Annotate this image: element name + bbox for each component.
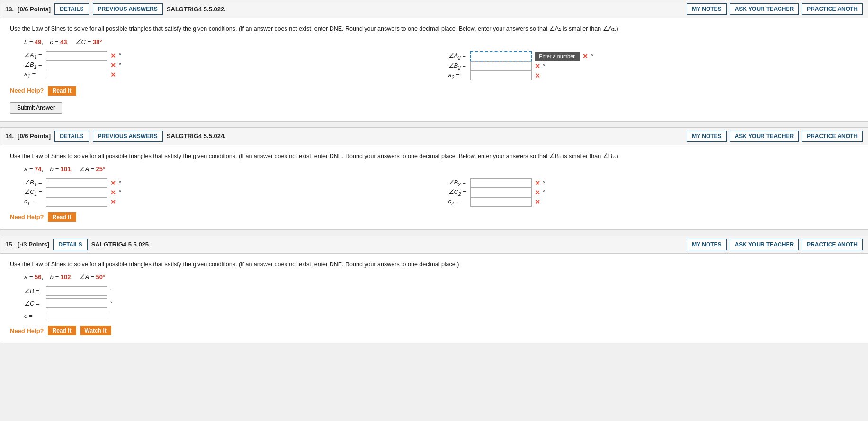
question-13: 13. [0/6 Points] DETAILS PREVIOUS ANSWER… bbox=[0, 0, 868, 122]
q13-A2-row: ∠A2 = Enter a number. ✕ ° bbox=[448, 51, 859, 61]
q13-body: Use the Law of Sines to solve for all po… bbox=[0, 18, 868, 121]
q13-A1-input[interactable] bbox=[46, 51, 107, 61]
q14-sep2: , bbox=[71, 166, 77, 173]
q15-header-right: MY NOTES ASK YOUR TEACHER PRACTICE ANOTH bbox=[687, 239, 863, 250]
q15-B-row: ∠B = ° bbox=[24, 286, 858, 296]
q14-B2-row: ∠B2 = ✕ ° bbox=[448, 178, 859, 188]
q15-C-input[interactable] bbox=[46, 298, 107, 308]
q15-given-A-label: ∠A = bbox=[79, 273, 96, 281]
q14-practice-button[interactable]: PRACTICE ANOTH bbox=[802, 131, 863, 142]
q15-C-row: ∠C = ° bbox=[24, 298, 858, 308]
q14-body: Use the Law of Sines to solve for all po… bbox=[0, 145, 868, 229]
q15-watch-it-button[interactable]: Watch It bbox=[80, 326, 111, 335]
q14-fields-grid: ∠B1 = ✕ ° ∠C1 = ✕ ° c1 = ✕ bbox=[24, 178, 858, 207]
q14-c1-label: c1 = bbox=[24, 198, 44, 206]
q14-c2-x: ✕ bbox=[535, 198, 540, 206]
q14-given: a = 74, b = 101, ∠A = 25° bbox=[24, 166, 858, 173]
q14-c1-input[interactable] bbox=[46, 197, 107, 207]
q13-a2-input[interactable] bbox=[470, 71, 532, 80]
q15-given-a-val: 56 bbox=[35, 273, 41, 281]
q14-c2-input[interactable] bbox=[470, 197, 532, 207]
question-15-header: 15. [-/3 Points] DETAILS SALGTRIG4 5.5.0… bbox=[0, 236, 868, 254]
q15-body: Use the Law of Sines to solve for all po… bbox=[0, 254, 868, 343]
q13-read-it-button[interactable]: Read It bbox=[48, 86, 76, 96]
q13-a1-input[interactable] bbox=[46, 70, 107, 79]
q13-instructions: Use the Law of Sines to solve for all po… bbox=[10, 25, 858, 34]
q13-A2-unit: ° bbox=[591, 53, 593, 60]
q14-C1-label: ∠C1 = bbox=[24, 188, 44, 197]
q15-points: [-/3 Points] bbox=[18, 241, 49, 248]
q13-B1-row: ∠B1 = ✕ ° bbox=[24, 61, 434, 70]
q14-given-b-val: 101 bbox=[61, 166, 71, 173]
q15-B-input[interactable] bbox=[46, 286, 107, 296]
q14-C1-x: ✕ bbox=[110, 189, 116, 196]
q15-instructions: Use the Law of Sines to solve for all po… bbox=[10, 260, 858, 269]
q14-my-notes-button[interactable]: MY NOTES bbox=[687, 131, 726, 142]
q13-submit-row: Submit Answer bbox=[10, 102, 858, 114]
q14-ask-teacher-button[interactable]: ASK YOUR TEACHER bbox=[730, 131, 799, 142]
q13-A1-unit: ° bbox=[119, 53, 121, 59]
q14-given-A-label: ∠A = bbox=[79, 166, 96, 173]
q14-c1-x: ✕ bbox=[110, 198, 116, 206]
q14-B1-input[interactable] bbox=[46, 178, 107, 188]
q13-need-help: Need Help? Read It bbox=[10, 86, 858, 96]
q15-sep1: , bbox=[42, 273, 48, 281]
q14-B2-input[interactable] bbox=[470, 178, 532, 188]
q14-C2-row: ∠C2 = ✕ ° bbox=[448, 188, 859, 197]
q14-sep1: , bbox=[42, 166, 48, 173]
q14-B2-unit: ° bbox=[543, 180, 546, 186]
q13-submit-button[interactable]: Submit Answer bbox=[10, 102, 62, 114]
q13-A2-label: ∠A2 = bbox=[448, 52, 468, 61]
q15-sep2: , bbox=[71, 273, 77, 281]
q13-B2-input[interactable] bbox=[470, 61, 532, 71]
q13-B2-label: ∠B2 = bbox=[448, 62, 468, 70]
q15-given-b-val: 102 bbox=[61, 273, 71, 281]
q13-a1-x: ✕ bbox=[110, 71, 116, 79]
q15-c-label: c = bbox=[24, 312, 44, 319]
q15-ask-teacher-button[interactable]: ASK YOUR TEACHER bbox=[730, 239, 799, 250]
q13-fields-grid: ∠A1 = ✕ ° ∠B1 = ✕ ° a1 = ✕ bbox=[24, 51, 858, 80]
q15-given-A-val: 50° bbox=[96, 273, 105, 281]
q13-ask-teacher-button[interactable]: ASK YOUR TEACHER bbox=[730, 3, 799, 15]
q15-practice-button[interactable]: PRACTICE ANOTH bbox=[802, 239, 863, 250]
q13-code: SALGTRIG4 5.5.022. bbox=[167, 6, 683, 13]
q14-details-button[interactable]: DETAILS bbox=[54, 131, 89, 142]
question-15: 15. [-/3 Points] DETAILS SALGTRIG4 5.5.0… bbox=[0, 236, 868, 344]
q13-A2-input[interactable] bbox=[470, 51, 532, 61]
q13-B1-input[interactable] bbox=[46, 61, 107, 70]
q14-B2-label: ∠B2 = bbox=[448, 179, 468, 187]
q13-details-button[interactable]: DETAILS bbox=[54, 3, 89, 15]
q13-practice-button[interactable]: PRACTICE ANOTH bbox=[802, 3, 863, 15]
q14-points: [0/6 Points] bbox=[18, 132, 51, 140]
q13-A1-row: ∠A1 = ✕ ° bbox=[24, 51, 434, 61]
q13-number: 13. bbox=[5, 6, 14, 13]
q15-my-notes-button[interactable]: MY NOTES bbox=[687, 239, 726, 250]
q13-B2-unit: ° bbox=[543, 63, 546, 70]
q15-B-unit: ° bbox=[110, 288, 113, 294]
q14-read-it-button[interactable]: Read It bbox=[48, 212, 76, 222]
q14-header-right: MY NOTES ASK YOUR TEACHER PRACTICE ANOTH bbox=[687, 131, 863, 142]
q15-C-label: ∠C = bbox=[24, 300, 44, 307]
q13-given-sep1: , bbox=[42, 38, 48, 45]
q14-C1-input[interactable] bbox=[46, 188, 107, 197]
q13-B1-unit: ° bbox=[119, 62, 121, 69]
q13-my-notes-button[interactable]: MY NOTES bbox=[687, 3, 726, 15]
q14-prev-answers-button[interactable]: PREVIOUS ANSWERS bbox=[93, 131, 163, 142]
q13-a2-row: a2 = ✕ bbox=[448, 71, 859, 80]
q14-given-a-val: 74 bbox=[35, 166, 41, 173]
q13-B2-x: ✕ bbox=[535, 62, 540, 70]
q14-C1-row: ∠C1 = ✕ ° bbox=[24, 188, 434, 197]
q13-points: [0/6 Points] bbox=[18, 6, 51, 13]
q14-C2-label: ∠C2 = bbox=[448, 188, 468, 197]
question-13-header: 13. [0/6 Points] DETAILS PREVIOUS ANSWER… bbox=[0, 0, 868, 18]
q13-prev-answers-button[interactable]: PREVIOUS ANSWERS bbox=[93, 3, 163, 15]
q14-C2-input[interactable] bbox=[470, 188, 532, 197]
q13-given: b = 49, c = 43, ∠C = 38° bbox=[24, 38, 858, 45]
q15-need-help: Need Help? Read It Watch It bbox=[10, 326, 858, 335]
q13-given-sep2: , bbox=[67, 38, 73, 45]
q15-read-it-button[interactable]: Read It bbox=[48, 326, 76, 335]
q15-c-input[interactable] bbox=[46, 311, 107, 320]
q15-details-button[interactable]: DETAILS bbox=[53, 239, 87, 250]
q14-C1-unit: ° bbox=[119, 189, 121, 196]
q14-given-a-label: a = bbox=[24, 166, 35, 173]
